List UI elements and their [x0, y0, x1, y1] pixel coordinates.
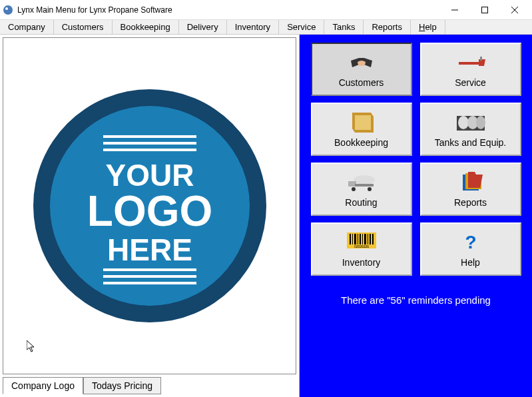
truck-icon — [346, 171, 378, 195]
tanks-label: Tanks and Equip. — [435, 137, 506, 148]
svg-point-22 — [476, 116, 485, 129]
bookkeeping-label: Bookkeeping — [334, 137, 388, 148]
logo-area: YOUR LOGO HERE — [3, 37, 296, 374]
tabs: Company Logo Todays Pricing — [3, 377, 296, 394]
svg-rect-35 — [364, 234, 366, 244]
svg-text:LOGO: LOGO — [87, 187, 212, 235]
button-grid: Customers Service — [308, 43, 524, 276]
svg-text:02026326: 02026326 — [354, 244, 368, 248]
menu-inventory[interactable]: Inventory — [227, 20, 279, 34]
menu-delivery[interactable]: Delivery — [179, 20, 227, 34]
reminders-status: There are "56" reminders pending — [308, 294, 524, 306]
svg-text:?: ? — [465, 232, 476, 252]
customers-button[interactable]: Customers — [311, 43, 412, 96]
menu-tanks[interactable]: Tanks — [324, 20, 364, 34]
svg-rect-32 — [358, 234, 358, 244]
company-logo-image: YOUR LOGO HERE — [30, 86, 270, 326]
reports-label: Reports — [454, 197, 487, 208]
svg-point-1 — [5, 7, 8, 10]
cursor-icon — [27, 340, 37, 354]
right-panel: Customers Service — [300, 35, 532, 397]
svg-rect-38 — [372, 234, 374, 244]
svg-point-0 — [3, 5, 13, 15]
service-button[interactable]: Service — [420, 43, 521, 96]
bookkeeping-button[interactable]: Bookkeeping — [311, 103, 412, 156]
svg-rect-33 — [360, 234, 361, 244]
tanks-icon — [455, 111, 487, 135]
book-icon — [346, 111, 378, 135]
folders-icon — [455, 171, 487, 195]
routing-label: Routing — [345, 197, 377, 208]
window-controls — [439, 1, 529, 19]
menu-help[interactable]: Help — [411, 20, 445, 34]
svg-point-23 — [354, 175, 375, 185]
svg-rect-17 — [459, 62, 480, 65]
reports-button[interactable]: Reports — [420, 163, 521, 216]
menubar: Company Customers Bookkeeping Delivery I… — [0, 20, 532, 35]
svg-rect-34 — [362, 234, 363, 244]
menu-company[interactable]: Company — [0, 20, 54, 34]
window-title: Lynx Main Menu for Lynx Propane Software — [17, 5, 439, 15]
svg-rect-18 — [480, 57, 482, 61]
help-button[interactable]: ? Help — [420, 222, 521, 276]
menu-customers[interactable]: Customers — [54, 20, 113, 34]
svg-rect-29 — [350, 234, 351, 244]
menu-bookkeeping[interactable]: Bookkeeping — [113, 20, 179, 34]
tab-todays-pricing[interactable]: Todays Pricing — [83, 377, 161, 394]
app-icon — [3, 5, 13, 15]
svg-rect-30 — [352, 234, 353, 244]
titlebar: Lynx Main Menu for Lynx Propane Software — [0, 0, 532, 20]
svg-rect-36 — [368, 234, 368, 244]
menu-service[interactable]: Service — [279, 20, 324, 34]
svg-point-27 — [368, 187, 372, 191]
wrench-icon — [455, 51, 487, 75]
question-icon: ? — [455, 230, 487, 254]
service-label: Service — [455, 77, 486, 88]
help-label: Help — [461, 257, 480, 268]
left-panel: YOUR LOGO HERE Company Logo Todays Prici… — [0, 35, 300, 397]
handshake-icon — [346, 51, 378, 75]
svg-rect-3 — [481, 7, 487, 13]
svg-text:HERE: HERE — [107, 232, 192, 267]
svg-point-20 — [458, 116, 469, 129]
inventory-button[interactable]: 02026326 Inventory — [311, 222, 412, 276]
inventory-label: Inventory — [342, 257, 381, 268]
tanks-button[interactable]: Tanks and Equip. — [420, 103, 521, 156]
svg-point-26 — [352, 187, 356, 191]
barcode-icon: 02026326 — [346, 230, 378, 254]
svg-rect-37 — [370, 234, 371, 244]
content-area: YOUR LOGO HERE Company Logo Todays Prici… — [0, 35, 532, 397]
routing-button[interactable]: Routing — [311, 163, 412, 216]
svg-rect-31 — [354, 234, 356, 244]
close-button[interactable] — [499, 1, 529, 19]
tab-company-logo[interactable]: Company Logo — [3, 377, 83, 394]
svg-rect-25 — [355, 184, 374, 187]
minimize-button[interactable] — [439, 1, 469, 19]
customers-label: Customers — [339, 77, 384, 88]
maximize-button[interactable] — [469, 1, 499, 19]
menu-reports[interactable]: Reports — [364, 20, 411, 34]
